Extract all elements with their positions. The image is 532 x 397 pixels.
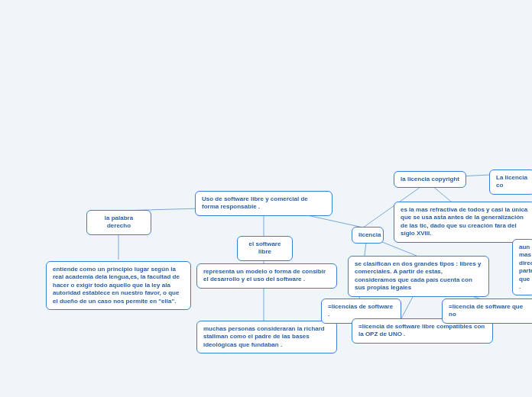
licencia-desc-node[interactable]: se clasifican en dos grandes tipos : lib… <box>348 256 489 297</box>
stallman-node[interactable]: muchas personas consideraran la richard … <box>196 321 337 353</box>
lic-no-text: =licencia de software que no <box>449 303 523 318</box>
software-desc-node[interactable]: representa un modelo o forma de consibir… <box>196 263 337 289</box>
aun-text: aun mas direc parte que . <box>519 244 532 290</box>
copyright-link-node[interactable]: La licencia co <box>489 169 532 195</box>
licencia-desc-text: se clasifican en dos grandes tipos : lib… <box>355 260 481 291</box>
root-text: Uso de software libre y comercial de for… <box>202 195 308 210</box>
software-desc-text: representa un modelo o forma de consibir… <box>203 268 326 282</box>
stallman-text: muchas personas consideraran la richard … <box>203 325 325 348</box>
licencia-node[interactable]: licencia <box>352 227 384 244</box>
derecho-desc-node[interactable]: entiende como un principio lugar según l… <box>46 261 191 310</box>
lic-no-node[interactable]: =licencia de software que no <box>442 299 532 324</box>
derecho-desc-text: entiende como un principio lugar según l… <box>53 266 180 305</box>
lic-libre-compat-text: =licencia de software libre compatibles … <box>358 323 485 337</box>
copyright-text: la licencia copyright <box>401 176 459 182</box>
copyright-desc-text: es la mas refractiva de todos y casi la … <box>401 206 527 237</box>
copyright-desc-node[interactable]: es la mas refractiva de todos y casi la … <box>394 202 532 243</box>
copyright-link-text: La licencia co <box>496 174 527 189</box>
lic-software-text: =licencias de software . <box>328 303 393 318</box>
copyright-node[interactable]: la licencia copyright <box>394 171 466 188</box>
root-node[interactable]: Uso de software libre y comercial de for… <box>195 191 332 216</box>
derecho-label-node[interactable]: la palabra derecho <box>86 210 151 235</box>
licencia-text: licencia <box>358 231 381 238</box>
aun-node[interactable]: aun mas direc parte que . <box>512 239 532 295</box>
software-libre-node[interactable]: el software libre <box>237 236 293 261</box>
software-libre-text: el software libre <box>249 240 281 255</box>
derecho-label-text: la palabra derecho <box>105 215 133 229</box>
